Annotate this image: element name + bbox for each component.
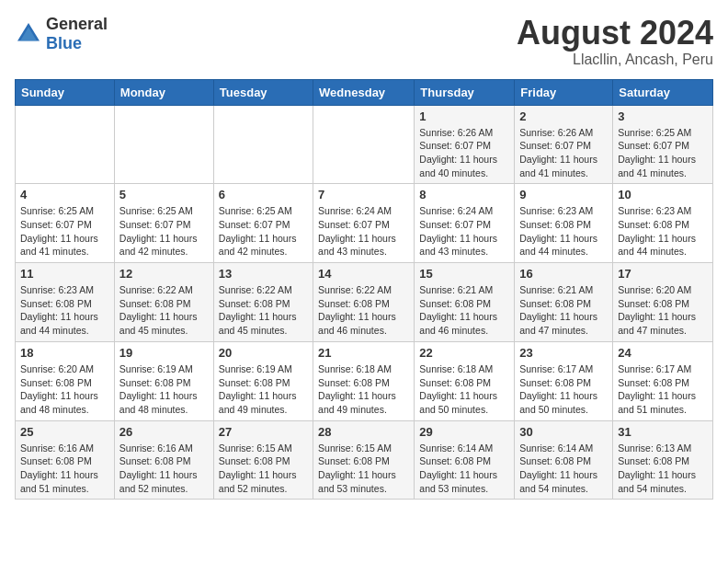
calendar-cell: 24Sunrise: 6:17 AM Sunset: 6:08 PM Dayli… [613,341,713,420]
day-number: 1 [419,109,509,123]
day-number: 13 [219,267,308,281]
day-info: Sunrise: 6:22 AM Sunset: 6:08 PM Dayligh… [219,283,308,338]
calendar-cell: 23Sunrise: 6:17 AM Sunset: 6:08 PM Dayli… [515,341,613,420]
day-info: Sunrise: 6:22 AM Sunset: 6:08 PM Dayligh… [318,283,409,338]
calendar-cell: 20Sunrise: 6:19 AM Sunset: 6:08 PM Dayli… [213,341,313,420]
calendar-cell [213,105,313,184]
day-number: 12 [119,267,209,281]
day-number: 8 [419,188,509,201]
day-number: 15 [419,267,509,281]
calendar-week-row: 4Sunrise: 6:25 AM Sunset: 6:07 PM Daylig… [16,184,713,263]
calendar-cell: 22Sunrise: 6:18 AM Sunset: 6:08 PM Dayli… [415,341,515,420]
day-info: Sunrise: 6:26 AM Sunset: 6:07 PM Dayligh… [519,126,608,180]
title-block: August 2024 Llacllin, Ancash, Peru [517,15,713,68]
calendar-week-row: 25Sunrise: 6:16 AM Sunset: 6:08 PM Dayli… [16,420,713,500]
day-number: 23 [519,346,608,360]
calendar-cell: 10Sunrise: 6:23 AM Sunset: 6:08 PM Dayli… [613,184,713,263]
calendar-week-row: 11Sunrise: 6:23 AM Sunset: 6:08 PM Dayli… [16,263,713,342]
day-info: Sunrise: 6:15 AM Sunset: 6:08 PM Dayligh… [318,442,409,496]
logo-blue: Blue [46,34,82,52]
calendar-cell: 8Sunrise: 6:24 AM Sunset: 6:07 PM Daylig… [415,184,515,263]
day-number: 20 [219,346,308,360]
day-number: 17 [618,267,708,281]
calendar-cell: 18Sunrise: 6:20 AM Sunset: 6:08 PM Dayli… [16,341,115,420]
calendar-cell: 26Sunrise: 6:16 AM Sunset: 6:08 PM Dayli… [114,420,213,500]
day-number: 22 [419,346,509,360]
day-number: 30 [519,425,608,439]
calendar-cell: 11Sunrise: 6:23 AM Sunset: 6:08 PM Dayli… [16,263,115,342]
day-info: Sunrise: 6:21 AM Sunset: 6:08 PM Dayligh… [519,283,608,338]
calendar-cell: 13Sunrise: 6:22 AM Sunset: 6:08 PM Dayli… [213,263,313,342]
day-number: 19 [119,346,209,360]
day-info: Sunrise: 6:16 AM Sunset: 6:08 PM Dayligh… [119,442,209,496]
weekday-header-tuesday: Tuesday [213,79,313,105]
day-info: Sunrise: 6:17 AM Sunset: 6:08 PM Dayligh… [618,362,708,417]
calendar-cell: 5Sunrise: 6:25 AM Sunset: 6:07 PM Daylig… [114,184,213,263]
calendar-week-row: 1Sunrise: 6:26 AM Sunset: 6:07 PM Daylig… [16,105,713,184]
day-number: 16 [519,267,608,281]
calendar-cell: 15Sunrise: 6:21 AM Sunset: 6:08 PM Dayli… [415,263,515,342]
weekday-header-monday: Monday [114,79,213,105]
day-info: Sunrise: 6:22 AM Sunset: 6:08 PM Dayligh… [119,283,209,338]
day-info: Sunrise: 6:18 AM Sunset: 6:08 PM Dayligh… [318,362,409,417]
day-info: Sunrise: 6:24 AM Sunset: 6:07 PM Dayligh… [419,204,509,259]
weekday-header-row: SundayMondayTuesdayWednesdayThursdayFrid… [16,79,713,105]
calendar-cell: 31Sunrise: 6:13 AM Sunset: 6:08 PM Dayli… [613,420,713,500]
day-info: Sunrise: 6:19 AM Sunset: 6:08 PM Dayligh… [219,362,308,417]
day-info: Sunrise: 6:19 AM Sunset: 6:08 PM Dayligh… [119,362,209,417]
calendar-cell: 27Sunrise: 6:15 AM Sunset: 6:08 PM Dayli… [213,420,313,500]
day-number: 18 [20,346,109,360]
calendar-cell: 16Sunrise: 6:21 AM Sunset: 6:08 PM Dayli… [515,263,613,342]
day-info: Sunrise: 6:20 AM Sunset: 6:08 PM Dayligh… [618,283,708,338]
page-header: General Blue August 2024 Llacllin, Ancas… [15,15,713,68]
calendar-cell [16,105,115,184]
day-number: 26 [119,425,209,439]
calendar-table: SundayMondayTuesdayWednesdayThursdayFrid… [15,79,713,500]
day-number: 24 [618,346,708,360]
day-number: 14 [318,267,409,281]
day-info: Sunrise: 6:18 AM Sunset: 6:08 PM Dayligh… [419,362,509,417]
calendar-cell: 1Sunrise: 6:26 AM Sunset: 6:07 PM Daylig… [415,105,515,184]
calendar-week-row: 18Sunrise: 6:20 AM Sunset: 6:08 PM Dayli… [16,341,713,420]
logo[interactable]: General Blue [15,15,108,53]
day-info: Sunrise: 6:25 AM Sunset: 6:07 PM Dayligh… [618,126,708,180]
calendar-title: August 2024 [517,15,713,52]
day-info: Sunrise: 6:23 AM Sunset: 6:08 PM Dayligh… [618,204,708,259]
day-number: 29 [419,425,509,439]
calendar-subtitle: Llacllin, Ancash, Peru [517,52,713,68]
day-number: 27 [219,425,308,439]
calendar-cell: 19Sunrise: 6:19 AM Sunset: 6:08 PM Dayli… [114,341,213,420]
calendar-cell: 12Sunrise: 6:22 AM Sunset: 6:08 PM Dayli… [114,263,213,342]
day-info: Sunrise: 6:25 AM Sunset: 6:07 PM Dayligh… [20,204,109,259]
calendar-cell: 29Sunrise: 6:14 AM Sunset: 6:08 PM Dayli… [415,420,515,500]
day-info: Sunrise: 6:21 AM Sunset: 6:08 PM Dayligh… [419,283,509,338]
day-number: 7 [318,188,409,201]
day-info: Sunrise: 6:23 AM Sunset: 6:08 PM Dayligh… [519,204,608,259]
day-number: 2 [519,109,608,123]
weekday-header-friday: Friday [515,79,613,105]
calendar-cell: 17Sunrise: 6:20 AM Sunset: 6:08 PM Dayli… [613,263,713,342]
logo-general: General [46,15,108,33]
calendar-cell: 28Sunrise: 6:15 AM Sunset: 6:08 PM Dayli… [313,420,415,500]
weekday-header-saturday: Saturday [613,79,713,105]
day-number: 21 [318,346,409,360]
day-number: 11 [20,267,109,281]
calendar-cell: 4Sunrise: 6:25 AM Sunset: 6:07 PM Daylig… [16,184,115,263]
calendar-cell: 7Sunrise: 6:24 AM Sunset: 6:07 PM Daylig… [313,184,415,263]
weekday-header-sunday: Sunday [16,79,115,105]
calendar-cell: 14Sunrise: 6:22 AM Sunset: 6:08 PM Dayli… [313,263,415,342]
calendar-cell: 21Sunrise: 6:18 AM Sunset: 6:08 PM Dayli… [313,341,415,420]
logo-wordmark: General Blue [46,15,108,53]
calendar-cell: 3Sunrise: 6:25 AM Sunset: 6:07 PM Daylig… [613,105,713,184]
day-number: 9 [519,188,608,201]
calendar-cell: 30Sunrise: 6:14 AM Sunset: 6:08 PM Dayli… [515,420,613,500]
calendar-cell [114,105,213,184]
day-number: 28 [318,425,409,439]
weekday-header-thursday: Thursday [415,79,515,105]
day-info: Sunrise: 6:14 AM Sunset: 6:08 PM Dayligh… [519,442,608,496]
calendar-cell: 2Sunrise: 6:26 AM Sunset: 6:07 PM Daylig… [515,105,613,184]
day-info: Sunrise: 6:14 AM Sunset: 6:08 PM Dayligh… [419,442,509,496]
day-number: 4 [20,188,109,201]
day-number: 5 [119,188,209,201]
day-info: Sunrise: 6:24 AM Sunset: 6:07 PM Dayligh… [318,204,409,259]
